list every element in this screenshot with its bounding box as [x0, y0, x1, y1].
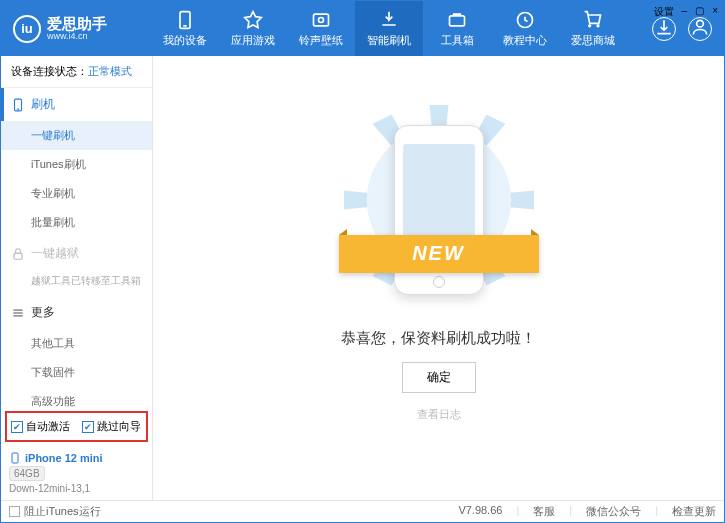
device-firmware: Down-12mini-13,1 [9, 483, 144, 494]
nav-item-0[interactable]: 我的设备 [151, 1, 219, 56]
app-name: 爱思助手 [47, 16, 107, 31]
version-label: V7.98.66 [458, 504, 502, 519]
svg-rect-9 [14, 253, 22, 259]
device-name[interactable]: iPhone 12 mini [9, 452, 144, 464]
checkbox-icon [9, 506, 20, 517]
support-link[interactable]: 客服 [533, 504, 555, 519]
more-item-0[interactable]: 其他工具 [1, 329, 152, 358]
svg-point-3 [319, 17, 324, 22]
check-icon: ✔ [82, 421, 94, 433]
flash-item-2[interactable]: 专业刷机 [1, 179, 152, 208]
section-flash-title: 刷机 [31, 96, 55, 113]
lock-icon [11, 247, 25, 261]
more-item-2[interactable]: 高级功能 [1, 387, 152, 407]
update-link[interactable]: 检查更新 [672, 504, 716, 519]
nav-item-2[interactable]: 铃声壁纸 [287, 1, 355, 56]
checkbox-skip-setup-label: 跳过向导 [97, 419, 141, 434]
jailbreak-moved-note: 越狱工具已转移至工具箱 [1, 270, 152, 296]
download-button[interactable] [652, 17, 676, 41]
section-jailbreak-title: 一键越狱 [31, 245, 79, 262]
device-name-text: iPhone 12 mini [25, 452, 103, 464]
nav-label: 工具箱 [441, 33, 474, 48]
status-label: 设备连接状态： [11, 65, 88, 77]
main-panel: NEW 恭喜您，保资料刷机成功啦！ 确定 查看日志 [153, 56, 724, 500]
nav-icon [379, 10, 399, 30]
nav-item-5[interactable]: 教程中心 [491, 1, 559, 56]
nav-icon [175, 10, 195, 30]
minimize-button[interactable]: – [682, 5, 688, 19]
nav-icon [243, 10, 263, 30]
phone-icon [11, 98, 25, 112]
svg-rect-4 [450, 15, 465, 25]
checkbox-auto-activate[interactable]: ✔ 自动激活 [11, 419, 70, 434]
nav-label: 智能刷机 [367, 33, 411, 48]
ok-button[interactable]: 确定 [402, 362, 476, 393]
wechat-link[interactable]: 微信公众号 [586, 504, 641, 519]
phone-icon [9, 452, 21, 464]
nav-item-1[interactable]: 应用游戏 [219, 1, 287, 56]
nav-label: 铃声壁纸 [299, 33, 343, 48]
nav-label: 爱思商城 [571, 33, 615, 48]
nav-label: 应用游戏 [231, 33, 275, 48]
separator: | [655, 504, 658, 519]
sidebar: 设备连接状态：正常模式 刷机 一键刷机iTunes刷机专业刷机批量刷机 一键越狱… [1, 56, 153, 500]
device-storage: 64GB [9, 466, 45, 481]
nav-item-3[interactable]: 智能刷机 [355, 1, 423, 56]
connection-status: 设备连接状态：正常模式 [1, 56, 152, 88]
logo-area: iu 爱思助手 www.i4.cn [1, 15, 151, 43]
logo-icon: iu [13, 15, 41, 43]
separator: | [569, 504, 572, 519]
footer: 阻止iTunes运行 V7.98.66 | 客服 | 微信公众号 | 检查更新 [1, 500, 724, 522]
nav-item-6[interactable]: 爱思商城 [559, 1, 627, 56]
status-value: 正常模式 [88, 65, 132, 77]
section-jailbreak[interactable]: 一键越狱 [1, 237, 152, 270]
footer-right: V7.98.66 | 客服 | 微信公众号 | 检查更新 [458, 504, 716, 519]
nav-label: 我的设备 [163, 33, 207, 48]
view-log-link[interactable]: 查看日志 [417, 407, 461, 422]
flash-item-1[interactable]: iTunes刷机 [1, 150, 152, 179]
maximize-button[interactable]: ▢ [695, 5, 704, 19]
nav-item-4[interactable]: 工具箱 [423, 1, 491, 56]
block-itunes-label: 阻止iTunes运行 [24, 504, 101, 519]
top-nav: 我的设备应用游戏铃声壁纸智能刷机工具箱教程中心爱思商城 [151, 1, 652, 56]
svg-point-6 [697, 20, 704, 27]
more-item-1[interactable]: 下载固件 [1, 358, 152, 387]
header-right [652, 17, 724, 41]
menu-icon [11, 306, 25, 320]
section-more[interactable]: 更多 [1, 296, 152, 329]
window-controls: 设置 – ▢ × [654, 5, 718, 19]
checkbox-block-itunes[interactable]: 阻止iTunes运行 [9, 504, 101, 519]
success-message: 恭喜您，保资料刷机成功啦！ [341, 329, 536, 348]
app-url: www.i4.cn [47, 31, 107, 41]
section-flash[interactable]: 刷机 [1, 88, 152, 121]
flash-item-0[interactable]: 一键刷机 [1, 121, 152, 150]
separator: | [516, 504, 519, 519]
new-badge: NEW [339, 235, 539, 273]
svg-rect-13 [12, 453, 18, 463]
flash-item-3[interactable]: 批量刷机 [1, 208, 152, 237]
check-icon: ✔ [11, 421, 23, 433]
checkbox-skip-setup[interactable]: ✔ 跳过向导 [82, 419, 141, 434]
nav-icon [515, 10, 535, 30]
nav-icon [311, 10, 331, 30]
device-info: iPhone 12 mini 64GB Down-12mini-13,1 [1, 446, 152, 500]
nav-icon [447, 10, 467, 30]
success-illustration: NEW [364, 115, 514, 305]
content: 设备连接状态：正常模式 刷机 一键刷机iTunes刷机专业刷机批量刷机 一键越狱… [1, 56, 724, 500]
close-button[interactable]: × [712, 5, 718, 19]
section-more-title: 更多 [31, 304, 55, 321]
nav-icon [583, 10, 603, 30]
nav-label: 教程中心 [503, 33, 547, 48]
checkbox-auto-activate-label: 自动激活 [26, 419, 70, 434]
user-button[interactable] [688, 17, 712, 41]
svg-rect-2 [314, 14, 329, 26]
options-row: ✔ 自动激活 ✔ 跳过向导 [5, 411, 148, 442]
header: iu 爱思助手 www.i4.cn 我的设备应用游戏铃声壁纸智能刷机工具箱教程中… [1, 1, 724, 56]
settings-text[interactable]: 设置 [654, 5, 674, 19]
